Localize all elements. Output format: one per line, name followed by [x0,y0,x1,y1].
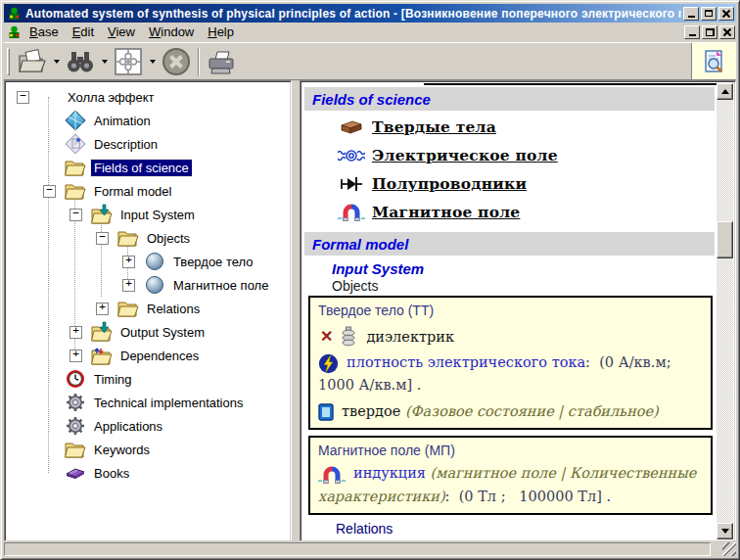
components-button[interactable] [110,45,147,78]
property-row-dielectric: ✕ диэлектрик [318,322,703,351]
tree-item-description[interactable]: Description [5,132,291,156]
link-semiconductors[interactable]: Полупроводники [302,169,717,198]
tree-item-label[interactable]: Keywords [91,442,153,458]
tree-item-label[interactable]: Output System [117,324,208,341]
tree-item-timing[interactable]: Timing [5,367,291,391]
collapse-toggle[interactable] [43,185,56,198]
menu-base[interactable]: Base [23,23,66,41]
expand-toggle[interactable] [122,279,135,292]
app-icon[interactable] [6,6,23,22]
tree-item-label[interactable]: Dependences [117,348,202,364]
window-title: Automated system of synthesis of physica… [25,7,681,21]
tree-item-animation[interactable]: Animation [5,109,291,132]
link-electric-field[interactable]: Электрическое поле [302,141,717,169]
section-header-label: Fields of science [312,91,431,108]
property-name-link[interactable]: индукция [353,465,426,481]
search-button[interactable] [62,45,99,78]
arrow-down-icon [721,529,729,534]
tree-item-label[interactable]: Твердое тело [170,254,256,270]
object-card-title: Твердое тело (ТТ) [318,303,703,318]
menu-edit[interactable]: Edit [66,23,101,41]
tree-item-holla-effect[interactable]: Холла эффект [5,85,291,109]
folder-dep-icon [90,345,114,366]
link-solid-bodies[interactable]: Твердые тела [302,113,717,141]
book-icon [65,464,86,482]
open-button[interactable] [14,45,51,78]
link-label[interactable]: Твердые тела [372,117,496,136]
print-button[interactable] [203,45,240,78]
close-icon [722,10,730,17]
vertical-scrollbar[interactable] [717,83,733,539]
collapse-toggle[interactable] [17,91,29,104]
tree-item-label[interactable]: Objects [144,230,193,247]
resize-grip[interactable] [722,542,736,556]
collapse-toggle[interactable] [69,209,82,221]
tree-item-label[interactable]: Магнитное поле [170,277,271,294]
tree-item-label[interactable]: Applications [91,418,165,435]
scroll-down-button[interactable] [717,523,733,539]
tree-item-dependences[interactable]: Dependences [5,344,291,367]
tree-item-solid-body[interactable]: Твердое тело [5,250,291,273]
tree-item-input-system[interactable]: Input System [5,203,291,226]
maximize-button[interactable] [701,7,717,21]
link-magnetic-field[interactable]: Магнитное поле [302,198,717,226]
components-dropdown[interactable] [147,45,158,78]
tree-item-books[interactable]: Books [5,461,291,485]
expand-toggle[interactable] [96,303,109,315]
tree-item-magnetic-field[interactable]: Магнитное поле [5,273,291,297]
tree-item-label[interactable]: Technical implementations [91,395,246,411]
tree-item-label[interactable]: Books [91,465,132,482]
tree-item-label[interactable]: Relations [144,301,203,317]
scroll-up-button[interactable] [717,83,733,100]
collapse-toggle[interactable] [96,232,109,245]
tree-item-label[interactable]: Animation [91,113,154,129]
link-label[interactable]: Магнитное поле [372,203,520,221]
mdi-close-button[interactable] [719,25,735,39]
tree-item-label[interactable]: Холла эффект [65,89,158,106]
tree-item-formal-model[interactable]: Formal model [5,179,291,203]
tree-item-keywords[interactable]: Keywords [5,438,291,461]
tree-item-label[interactable]: Input System [117,207,198,223]
tree-item-label[interactable]: Timing [91,371,135,388]
property-name-link[interactable]: плотность электрического тока [347,354,585,370]
minimize-icon [688,16,695,18]
folder-icon [64,181,87,201]
toolbar-grip[interactable] [7,48,10,75]
tree-item-label[interactable]: Fields of science [91,160,192,176]
expand-toggle[interactable] [69,326,82,339]
scrolled-content-remnant [424,83,717,85]
expand-toggle[interactable] [69,350,82,362]
tree-item-fields-of-science[interactable]: Fields of science [5,156,291,179]
mdi-minimize-button[interactable] [684,25,700,39]
cancel-button[interactable] [158,45,195,78]
link-label[interactable]: Электрическое поле [372,146,558,164]
tree-item-label[interactable]: Description [91,136,161,153]
electric-field-icon [338,146,365,165]
tree-item-output-system[interactable]: Output System [5,320,291,344]
tree-item-technical-implementations[interactable]: Technical implementations [5,391,291,414]
menu-help[interactable]: Help [201,23,241,41]
folder-icon [64,158,87,177]
titlebar: Automated system of synthesis of physica… [4,4,736,23]
mdi-restore-button[interactable] [702,25,717,39]
folder-in-icon [90,321,114,343]
property-row-current-density: плотность электрического тока: (0 А/кв.м… [318,351,703,396]
search-dropdown[interactable] [99,45,110,78]
tree-item-objects[interactable]: Objects [5,226,291,250]
tree-item-relations[interactable]: Relations [5,297,291,320]
open-dropdown[interactable] [51,45,62,78]
menu-view[interactable]: View [101,23,142,41]
mdi-document-icon[interactable] [6,24,23,40]
tree-item-applications[interactable]: Applications [5,414,291,438]
menu-window[interactable]: Window [142,23,201,41]
preview-button[interactable] [698,45,731,78]
expand-toggle[interactable] [122,256,135,268]
scrollbar-thumb[interactable] [717,221,733,258]
content-panel: Fields of science Твердые тела Электриче… [300,80,736,542]
minimize-button[interactable] [683,7,699,21]
close-button[interactable] [718,7,734,21]
link-label[interactable]: Полупроводники [372,174,527,193]
tree-item-label[interactable]: Formal model [91,183,174,200]
panel-splitter[interactable] [292,80,300,542]
section-header-label: Formal model [312,236,408,253]
